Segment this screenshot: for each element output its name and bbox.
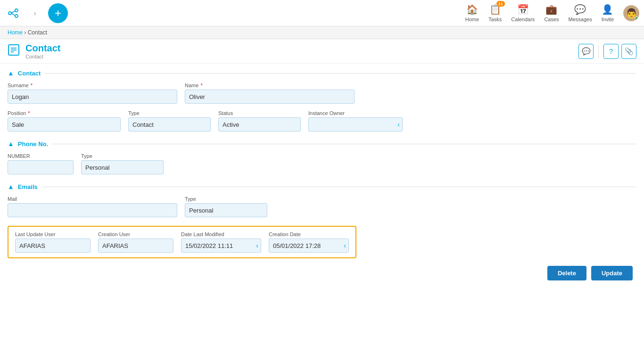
- phone-number-input[interactable]: [8, 160, 74, 174]
- type-input[interactable]: [128, 117, 211, 132]
- page-title: Contact: [25, 43, 60, 54]
- name-required: *: [200, 82, 202, 88]
- update-button[interactable]: Update: [591, 266, 633, 280]
- surname-label: Surname *: [8, 82, 177, 88]
- nav-calendars[interactable]: 📅 Calendars: [511, 4, 535, 22]
- top-nav-left: › +: [5, 3, 68, 23]
- calendars-label: Calendars: [511, 16, 535, 22]
- tasks-badge: 11: [496, 1, 505, 7]
- emails-section: ▲ Emails Mail Type: [8, 183, 636, 217]
- surname-group: Surname *: [8, 82, 177, 104]
- phone-section-toggle[interactable]: ▲: [8, 140, 14, 148]
- phone-section-header: ▲ Phone No.: [8, 140, 636, 148]
- phone-section: ▲ Phone No. NUMBER Type: [8, 140, 636, 174]
- phone-number-group: NUMBER: [8, 153, 74, 174]
- phone-type-input[interactable]: [81, 160, 164, 174]
- creation-date-icon[interactable]: ‹: [344, 242, 346, 249]
- nav-messages[interactable]: 💬 Messages: [569, 4, 592, 22]
- phone-row-1: NUMBER Type: [8, 153, 636, 174]
- emails-section-line: [41, 187, 636, 187]
- nav-home[interactable]: 🏠 Home: [465, 4, 479, 22]
- top-nav-right: 🏠 Home 📋 11 Tasks 📅 Calendars 💼: [465, 4, 639, 22]
- creation-date-wrapper: ‹: [269, 239, 349, 253]
- home-icon: 🏠: [466, 4, 478, 15]
- attachment-action-button[interactable]: 📎: [621, 44, 636, 59]
- creation-date-input[interactable]: [269, 239, 349, 253]
- nav-cases[interactable]: 💼 Cases: [544, 4, 559, 22]
- page-header-left: Contact Contact: [8, 43, 60, 59]
- page-header: Contact Contact 💬 ? 📎: [0, 39, 644, 64]
- nav-tasks[interactable]: 📋 11 Tasks: [488, 4, 502, 22]
- user-avatar-wrap[interactable]: 👨: [623, 5, 639, 21]
- phone-type-label: Type: [81, 153, 164, 159]
- main-content: ▲ Contact Surname * Name *: [0, 64, 644, 286]
- nav-invite[interactable]: 👤 Invite: [602, 4, 614, 22]
- contact-page-icon: [8, 44, 20, 59]
- mail-input[interactable]: [8, 203, 177, 217]
- email-type-group: Type: [185, 196, 267, 217]
- phone-type-group: Type: [81, 153, 164, 174]
- instance-owner-label: Instance Owner: [308, 110, 403, 116]
- contact-section-header: ▲ Contact: [8, 69, 636, 77]
- status-label: Status: [218, 110, 301, 116]
- creation-date-label: Creation Date: [269, 231, 349, 237]
- mail-group: Mail: [8, 196, 177, 217]
- back-chevron[interactable]: ›: [26, 5, 43, 22]
- breadcrumb-home[interactable]: Home: [8, 29, 23, 36]
- mail-label: Mail: [8, 196, 177, 202]
- status-input[interactable]: [218, 117, 301, 132]
- phone-section-title: Phone No.: [18, 140, 48, 148]
- breadcrumb: Home › Contact: [0, 26, 644, 39]
- tasks-label: Tasks: [488, 16, 502, 22]
- emails-section-toggle[interactable]: ▲: [8, 183, 14, 190]
- contact-section-toggle[interactable]: ▲: [8, 69, 14, 77]
- breadcrumb-contact: Contact: [28, 29, 47, 36]
- creation-user-group: Creation User: [98, 231, 173, 253]
- creation-date-group: Creation Date ‹: [269, 231, 349, 253]
- creation-user-label: Creation User: [98, 231, 173, 237]
- cases-icon: 💼: [545, 4, 557, 15]
- calendars-icon: 📅: [517, 4, 529, 15]
- help-action-button[interactable]: ?: [603, 44, 619, 59]
- phone-number-label: NUMBER: [8, 153, 74, 159]
- messages-icon: 💬: [574, 4, 586, 15]
- instance-owner-input[interactable]: [308, 117, 403, 132]
- name-group: Name *: [185, 82, 355, 104]
- email-type-input[interactable]: [185, 203, 267, 217]
- instance-owner-group: Instance Owner ‹: [308, 110, 403, 132]
- position-input[interactable]: [8, 117, 121, 132]
- top-navigation: › + 🏠 Home 📋 11 Tasks 📅 Calendars: [0, 0, 644, 26]
- email-type-label: Type: [185, 196, 267, 202]
- delete-button[interactable]: Delete: [547, 266, 586, 280]
- add-button[interactable]: +: [48, 3, 68, 23]
- instance-owner-icon[interactable]: ‹: [397, 121, 400, 128]
- creation-user-input[interactable]: [98, 239, 173, 253]
- tasks-icon: 📋 11: [489, 4, 501, 15]
- emails-section-header: ▲ Emails: [8, 183, 636, 190]
- svg-point-0: [8, 12, 11, 15]
- contact-section-line: [44, 73, 636, 74]
- last-update-user-label: Last Update User: [15, 231, 91, 237]
- contact-row-2: Position * Type Status Instance Owner ‹: [8, 110, 636, 132]
- name-input[interactable]: [185, 90, 355, 104]
- surname-input[interactable]: [8, 90, 177, 104]
- emails-section-title: Emails: [18, 183, 38, 190]
- status-group: Status: [218, 110, 301, 132]
- invite-icon: 👤: [602, 4, 613, 15]
- online-indicator: [635, 16, 639, 21]
- date-last-modified-icon[interactable]: ‹: [256, 242, 258, 249]
- emails-row-1: Mail Type: [8, 196, 636, 217]
- position-label: Position *: [8, 110, 121, 116]
- last-update-user-input[interactable]: [15, 239, 91, 253]
- page-subtitle: Contact: [25, 54, 60, 59]
- breadcrumb-separator: ›: [24, 29, 27, 36]
- type-label: Type: [128, 110, 211, 116]
- svg-line-3: [11, 11, 15, 13]
- cases-label: Cases: [544, 16, 559, 22]
- tree-icon[interactable]: [5, 5, 22, 22]
- date-last-modified-input[interactable]: [181, 239, 261, 253]
- contact-row-1: Surname * Name *: [8, 82, 636, 104]
- surname-required: *: [31, 82, 33, 88]
- chat-action-button[interactable]: 💬: [578, 44, 594, 59]
- name-label: Name *: [185, 82, 355, 88]
